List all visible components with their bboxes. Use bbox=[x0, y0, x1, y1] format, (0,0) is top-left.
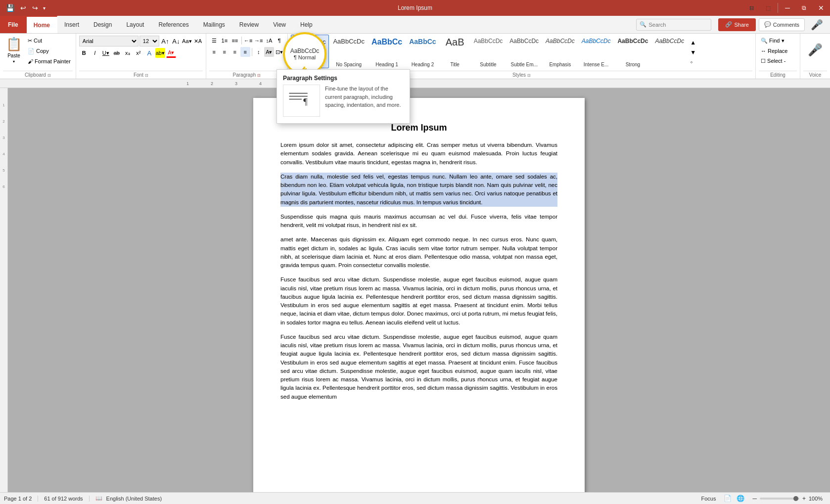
numbering-btn[interactable]: 1≡ bbox=[220, 36, 230, 46]
style-heading1[interactable]: AaBbCc Heading 1 bbox=[369, 35, 405, 68]
status-bar: Page 1 of 2 61 of 912 words 📖 English (U… bbox=[0, 492, 830, 504]
ribbon-group-clipboard: 📋 Paste ▾ ✂ Cut 📄 Copy 🖌 Format Painter … bbox=[0, 34, 76, 79]
show-formatting-btn[interactable]: ¶ bbox=[275, 36, 284, 46]
comments-button[interactable]: 💬 Comments bbox=[759, 18, 805, 31]
justify-btn[interactable]: ≡ bbox=[240, 47, 250, 57]
zoom-out-btn[interactable]: ─ bbox=[752, 495, 757, 502]
paragraph-4[interactable]: amet ante. Maecenas quis dignissim ex. A… bbox=[280, 235, 557, 270]
close-btn[interactable]: ✕ bbox=[812, 0, 830, 16]
styles-scroll-down[interactable]: ▼ bbox=[689, 48, 697, 57]
paste-button[interactable]: 📋 Paste ▾ bbox=[3, 35, 25, 66]
zoom-thumb[interactable] bbox=[793, 496, 798, 501]
center-btn[interactable]: ≡ bbox=[220, 47, 230, 57]
font-grow-btn[interactable]: A↑ bbox=[160, 36, 170, 46]
italic-btn[interactable]: I bbox=[90, 48, 100, 58]
font-size-select[interactable]: 12 bbox=[139, 36, 159, 46]
share-icon: 🔗 bbox=[725, 21, 732, 28]
page-info: Page 1 of 2 bbox=[4, 496, 38, 502]
replace-btn[interactable]: ↔ Replace bbox=[759, 47, 789, 55]
style-heading2[interactable]: AaBbCc Heading 2 bbox=[406, 35, 439, 68]
increase-indent-btn[interactable]: →≡ bbox=[254, 36, 264, 46]
zoom-in-btn[interactable]: + bbox=[802, 495, 806, 502]
copy-button[interactable]: 📄 Copy bbox=[26, 47, 73, 55]
line-spacing-btn[interactable]: ↕ bbox=[254, 47, 264, 57]
tab-review[interactable]: Review bbox=[232, 16, 266, 33]
customize-qat-icon[interactable]: ▾ bbox=[42, 4, 46, 12]
strikethrough-btn[interactable]: ab bbox=[112, 48, 122, 58]
undo-icon[interactable]: ↩ bbox=[18, 3, 28, 13]
style-extra[interactable]: AaBbCcDc bbox=[652, 35, 687, 68]
editing-label: Editing bbox=[759, 71, 797, 78]
subscript-btn[interactable]: x₂ bbox=[123, 48, 133, 58]
minimize-btn[interactable]: ─ bbox=[779, 0, 796, 16]
paragraph-settings-btn[interactable]: ⊡ bbox=[257, 73, 261, 78]
collapse-ribbon-btn[interactable]: ⊟ bbox=[743, 0, 760, 16]
style-no-spacing[interactable]: AaBbCcDc No Spacing bbox=[330, 35, 368, 68]
tab-insert[interactable]: Insert bbox=[57, 16, 87, 33]
change-case-btn[interactable]: Aa▾ bbox=[182, 36, 192, 46]
share-button[interactable]: 🔗 Share bbox=[718, 18, 755, 31]
tab-home[interactable]: Home bbox=[27, 16, 57, 33]
styles-scroll-up[interactable]: ▲ bbox=[689, 38, 697, 47]
align-left-btn[interactable]: ≡ bbox=[209, 47, 219, 57]
zoom-slider[interactable] bbox=[760, 498, 799, 500]
bold-btn[interactable]: B bbox=[79, 48, 89, 58]
select-btn[interactable]: ☐ Select - bbox=[759, 57, 787, 65]
cut-button[interactable]: ✂ Cut bbox=[26, 37, 73, 45]
style-title[interactable]: AaB Title bbox=[440, 35, 470, 68]
style-emphasis[interactable]: AaBbCcDc Emphasis bbox=[543, 35, 578, 68]
search-input[interactable] bbox=[648, 22, 708, 28]
align-right-btn[interactable]: ≡ bbox=[230, 47, 240, 57]
doc-scroll-area[interactable]: Lorem Ipsum Lorem ipsum dolor sit amet, … bbox=[8, 88, 830, 492]
highlight-btn[interactable]: ab▾ bbox=[155, 48, 165, 58]
font-color-btn[interactable]: A▾ bbox=[166, 48, 176, 58]
language[interactable]: English (United States) bbox=[106, 496, 162, 502]
multilevel-list-btn[interactable]: ≡≡ bbox=[230, 36, 240, 46]
tab-references[interactable]: References bbox=[151, 16, 196, 33]
styles-more[interactable]: ⬦ bbox=[689, 58, 697, 65]
web-layout-btn[interactable]: 🌐 bbox=[735, 495, 746, 502]
clear-format-btn[interactable]: ✕A bbox=[193, 36, 203, 46]
paragraph-5[interactable]: Fusce faucibus sed arcu vitae dictum. Su… bbox=[280, 275, 557, 327]
font-shrink-btn[interactable]: A↓ bbox=[171, 36, 181, 46]
spellcheck-icon[interactable]: 📖 bbox=[95, 495, 102, 502]
font-name-select[interactable]: Arial bbox=[79, 36, 138, 46]
bullets-btn[interactable]: ☰ bbox=[209, 36, 219, 46]
circle-label: ¶ Normal bbox=[294, 54, 316, 60]
tab-file[interactable]: File bbox=[0, 16, 27, 33]
redo-icon[interactable]: ↪ bbox=[30, 3, 40, 13]
paragraph-3[interactable]: Suspendisse quis magna quis mauris maxim… bbox=[280, 213, 557, 230]
text-effects-btn[interactable]: A bbox=[144, 48, 154, 58]
tab-layout[interactable]: Layout bbox=[119, 16, 151, 33]
zoom-level[interactable]: 100% bbox=[809, 496, 826, 502]
superscript-btn[interactable]: x² bbox=[134, 48, 143, 58]
style-subtitle[interactable]: AaBbCcDc Subtitle bbox=[471, 35, 506, 68]
tab-mailings[interactable]: Mailings bbox=[196, 16, 232, 33]
find-btn[interactable]: 🔍 Find ▾ bbox=[759, 37, 786, 45]
popup-icon: ¶ bbox=[283, 85, 320, 118]
paragraph-1[interactable]: Lorem ipsum dolor sit amet, consectetur … bbox=[280, 141, 557, 167]
sort-btn[interactable]: ↕A bbox=[264, 36, 274, 46]
tab-help[interactable]: Help bbox=[293, 16, 320, 33]
focus-btn[interactable]: Focus bbox=[701, 496, 716, 502]
paragraph-2[interactable]: Cras diam nulla, molestie sed felis vel,… bbox=[280, 173, 557, 207]
ribbon-group-paragraph: ☰ 1≡ ≡≡ ←≡ →≡ ↕A ¶ ≡ ≡ ≡ ≡ ↕ A▾ bbox=[206, 34, 288, 79]
underline-btn[interactable]: U▾ bbox=[101, 48, 111, 58]
shading-btn[interactable]: A▾ bbox=[264, 47, 274, 57]
paragraph-6[interactable]: Fusce faucibus sed arcu vitae dictum. Su… bbox=[280, 333, 557, 401]
style-subtle-em[interactable]: AaBbCcDc Subtle Em... bbox=[507, 35, 542, 68]
dictate-btn[interactable]: 🎤 bbox=[805, 35, 826, 65]
tab-design[interactable]: Design bbox=[87, 16, 119, 33]
ribbon-content: 📋 Paste ▾ ✂ Cut 📄 Copy 🖌 Format Painter … bbox=[0, 34, 830, 79]
style-strong[interactable]: AaBbCcDc Strong bbox=[614, 35, 651, 68]
svg-text:¶: ¶ bbox=[303, 96, 308, 107]
print-layout-btn[interactable]: 📄 bbox=[722, 495, 734, 502]
ribbon-display-btn[interactable]: ⬚ bbox=[760, 0, 777, 16]
restore-btn[interactable]: ⧉ bbox=[796, 0, 812, 16]
dictate-btn[interactable]: 🎤 bbox=[808, 19, 826, 31]
save-icon[interactable]: 💾 bbox=[4, 3, 16, 13]
decrease-indent-btn[interactable]: ←≡ bbox=[243, 36, 253, 46]
format-painter-button[interactable]: 🖌 Format Painter bbox=[26, 57, 73, 65]
tab-view[interactable]: View bbox=[266, 16, 293, 33]
style-intense-e[interactable]: AaBbCcDc Intense E... bbox=[579, 35, 614, 68]
